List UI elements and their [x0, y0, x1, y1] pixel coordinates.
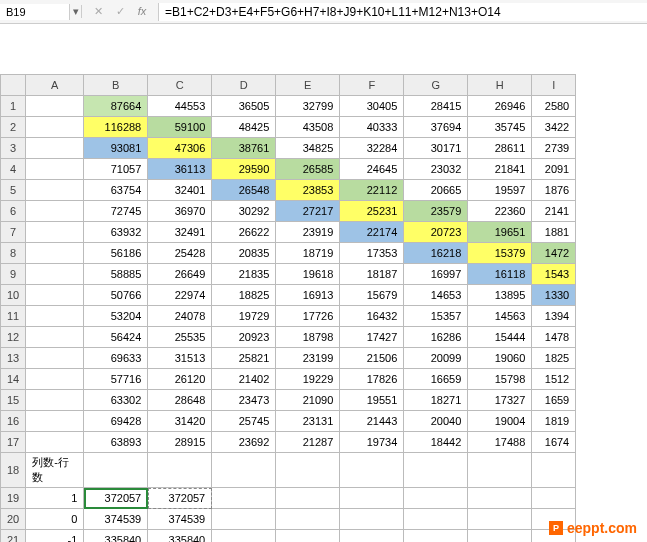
cell[interactable]: 0: [26, 509, 84, 530]
cell[interactable]: 335840: [148, 530, 212, 543]
cell[interactable]: [212, 453, 276, 488]
cell[interactable]: 69428: [84, 411, 148, 432]
cell[interactable]: [468, 509, 532, 530]
cell[interactable]: 69633: [84, 348, 148, 369]
row-header-12[interactable]: 12: [1, 327, 26, 348]
cell[interactable]: 30405: [340, 96, 404, 117]
cell[interactable]: 30292: [212, 201, 276, 222]
cell[interactable]: 14653: [404, 285, 468, 306]
cell[interactable]: 1330: [532, 285, 576, 306]
cell[interactable]: 22174: [340, 222, 404, 243]
cell[interactable]: 18187: [340, 264, 404, 285]
cell[interactable]: 26120: [148, 369, 212, 390]
cell[interactable]: 2739: [532, 138, 576, 159]
cell[interactable]: 20040: [404, 411, 468, 432]
confirm-icon[interactable]: ✓: [112, 5, 128, 18]
cell[interactable]: 15798: [468, 369, 532, 390]
cell[interactable]: [468, 453, 532, 488]
cell[interactable]: 335840: [84, 530, 148, 543]
cancel-icon[interactable]: ✕: [90, 5, 106, 18]
cell[interactable]: [148, 453, 212, 488]
cell[interactable]: [340, 453, 404, 488]
cell[interactable]: 26649: [148, 264, 212, 285]
cell[interactable]: [26, 180, 84, 201]
cell[interactable]: 21841: [468, 159, 532, 180]
row-header-18[interactable]: 18: [1, 453, 26, 488]
cell[interactable]: 21835: [212, 264, 276, 285]
cell[interactable]: 23579: [404, 201, 468, 222]
cell[interactable]: [26, 138, 84, 159]
cell[interactable]: [212, 509, 276, 530]
fx-icon[interactable]: fx: [134, 5, 150, 18]
cell[interactable]: 71057: [84, 159, 148, 180]
row-header-14[interactable]: 14: [1, 369, 26, 390]
select-all-corner[interactable]: [1, 75, 26, 96]
cell[interactable]: 21287: [276, 432, 340, 453]
cell[interactable]: 15357: [404, 306, 468, 327]
col-header-B[interactable]: B: [84, 75, 148, 96]
cell[interactable]: 26548: [212, 180, 276, 201]
cell[interactable]: 2091: [532, 159, 576, 180]
cell[interactable]: 28611: [468, 138, 532, 159]
row-header-11[interactable]: 11: [1, 306, 26, 327]
cell[interactable]: 1394: [532, 306, 576, 327]
cell[interactable]: [26, 411, 84, 432]
cell[interactable]: 63302: [84, 390, 148, 411]
cell[interactable]: 56186: [84, 243, 148, 264]
cell[interactable]: 28415: [404, 96, 468, 117]
cell[interactable]: [276, 530, 340, 543]
cell[interactable]: 17327: [468, 390, 532, 411]
cell[interactable]: 23853: [276, 180, 340, 201]
row-header-19[interactable]: 19: [1, 488, 26, 509]
cell[interactable]: [532, 453, 576, 488]
cell[interactable]: 列数-行数: [26, 453, 84, 488]
row-header-15[interactable]: 15: [1, 390, 26, 411]
cell[interactable]: 23473: [212, 390, 276, 411]
name-box-dropdown-icon[interactable]: ▾: [70, 5, 82, 18]
cell[interactable]: 15444: [468, 327, 532, 348]
cell[interactable]: 19004: [468, 411, 532, 432]
cell[interactable]: 3422: [532, 117, 576, 138]
cell[interactable]: 43508: [276, 117, 340, 138]
cell[interactable]: 1876: [532, 180, 576, 201]
row-header-21[interactable]: 21: [1, 530, 26, 543]
col-header-H[interactable]: H: [468, 75, 532, 96]
cell[interactable]: 1674: [532, 432, 576, 453]
row-header-8[interactable]: 8: [1, 243, 26, 264]
row-header-9[interactable]: 9: [1, 264, 26, 285]
cell[interactable]: 31513: [148, 348, 212, 369]
cell[interactable]: [26, 201, 84, 222]
cell[interactable]: 18271: [404, 390, 468, 411]
cell[interactable]: 93081: [84, 138, 148, 159]
cell[interactable]: 19060: [468, 348, 532, 369]
cell[interactable]: 19229: [276, 369, 340, 390]
cell[interactable]: 21506: [340, 348, 404, 369]
cell[interactable]: 18798: [276, 327, 340, 348]
cell[interactable]: 15379: [468, 243, 532, 264]
col-header-D[interactable]: D: [212, 75, 276, 96]
row-header-4[interactable]: 4: [1, 159, 26, 180]
cell[interactable]: [26, 432, 84, 453]
cell[interactable]: [26, 390, 84, 411]
cell[interactable]: 59100: [148, 117, 212, 138]
cell[interactable]: 17353: [340, 243, 404, 264]
cell[interactable]: 1478: [532, 327, 576, 348]
cell[interactable]: [276, 509, 340, 530]
cell[interactable]: 50766: [84, 285, 148, 306]
cell[interactable]: 16997: [404, 264, 468, 285]
row-header-2[interactable]: 2: [1, 117, 26, 138]
cell[interactable]: 22974: [148, 285, 212, 306]
cell[interactable]: 36113: [148, 159, 212, 180]
col-header-E[interactable]: E: [276, 75, 340, 96]
cell[interactable]: 374539: [84, 509, 148, 530]
cell[interactable]: 16432: [340, 306, 404, 327]
cell[interactable]: 1825: [532, 348, 576, 369]
row-header-13[interactable]: 13: [1, 348, 26, 369]
cell[interactable]: 17826: [340, 369, 404, 390]
cell[interactable]: [26, 306, 84, 327]
cell[interactable]: [468, 488, 532, 509]
cell[interactable]: 56424: [84, 327, 148, 348]
cell[interactable]: 32284: [340, 138, 404, 159]
cell[interactable]: 372057: [84, 488, 148, 509]
cell[interactable]: 16118: [468, 264, 532, 285]
